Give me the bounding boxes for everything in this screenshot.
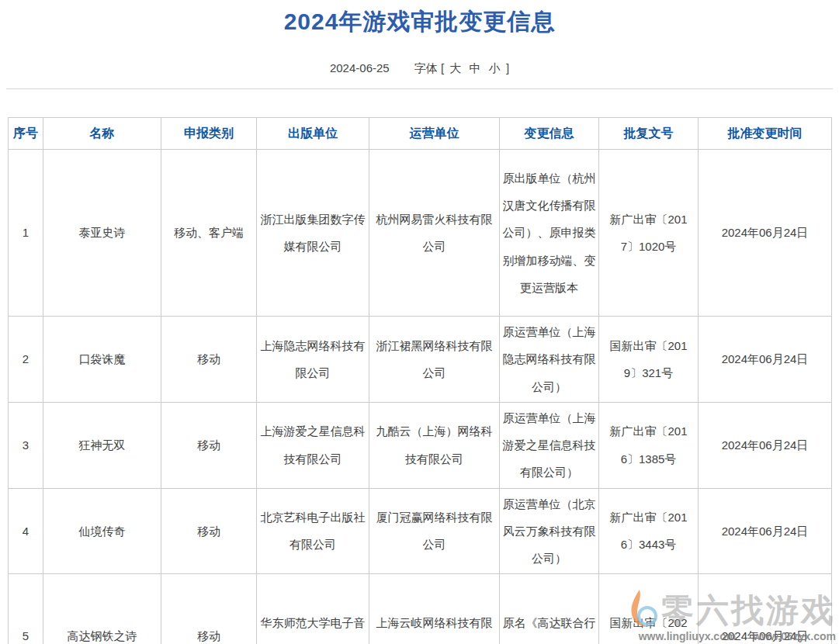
table-row: 1 泰亚史诗 移动、客户端 浙江出版集团数字传媒有限公司 杭州网易雷火科技有限公… [9,150,832,317]
cell-index: 3 [9,402,43,488]
cell-change-info: 原出版单位（杭州汉唐文化传播有限公司）、原申报类别增加移动端、变更运营版本 [500,150,599,317]
cell-approval-date: 2024年06月24日 [699,317,832,403]
cell-publisher: 华东师范大学电子音像出版社有限公司 [257,574,369,644]
cell-change-info: 原名《高达联合行动》 [500,574,599,644]
cell-publisher: 上海游爱之星信息科技有限公司 [257,402,369,488]
font-size-small-link[interactable]: 小 [489,61,501,74]
col-header-publisher: 出版单位 [257,118,369,150]
cell-publisher: 北京艺科电子出版社有限公司 [257,488,369,574]
bracket-open: [ [441,61,444,74]
col-header-approval-no: 批复文号 [599,118,699,150]
cell-category: 移动 [161,488,257,574]
approval-change-table: 序号 名称 申报类别 出版单位 运营单位 变更信息 批复文号 批准变更时间 1 … [8,117,832,644]
cell-approval-date: 2024年06月24日 [699,488,832,574]
cell-approval-no: 新广出审〔2016〕3443号 [599,488,699,574]
col-header-category: 申报类别 [161,118,257,150]
font-label: 字体 [414,61,438,74]
cell-game-name: 仙境传奇 [43,488,161,574]
font-size-control: 字体 [ 大 中 小 ] [414,61,509,74]
cell-approval-no: 新广出审〔2017〕1020号 [599,150,699,317]
cell-index: 2 [9,317,43,403]
cell-game-name: 狂神无双 [43,402,161,488]
cell-operator: 厦门冠赢网络科技有限公司 [369,488,500,574]
cell-approval-date: 2024年06月24日 [699,150,832,317]
cell-change-info: 原运营单位（上海游爱之星信息科技有限公司） [500,402,599,488]
table-row: 4 仙境传奇 移动 北京艺科电子出版社有限公司 厦门冠赢网络科技有限公司 原运营… [9,488,832,574]
cell-approval-no: 新广出审〔2016〕1385号 [599,402,699,488]
cell-operator: 浙江裙黑网络科技有限公司 [369,317,500,403]
cell-operator: 杭州网易雷火科技有限公司 [369,150,500,317]
publish-date: 2024-06-25 [330,61,390,74]
cell-index: 5 [9,574,43,644]
cell-change-info: 原运营单位（北京风云万象科技有限公司） [500,488,599,574]
cell-category: 移动 [161,317,257,403]
cell-category: 移动 [161,574,257,644]
cell-change-info: 原运营单位（上海隐志网络科技有限公司） [500,317,599,403]
font-size-large-link[interactable]: 大 [449,61,461,74]
cell-approval-no: 国新出审〔2019〕321号 [599,317,699,403]
bracket-close: ] [506,61,509,74]
table-row: 5 高达钢铁之诗 移动 华东师范大学电子音像出版社有限公司 上海云岐网络科技有限… [9,574,832,644]
cell-game-name: 泰亚史诗 [43,150,161,317]
table-row: 3 狂神无双 移动 上海游爱之星信息科技有限公司 九酷云（上海）网络科技有限公司… [9,402,832,488]
cell-operator: 九酷云（上海）网络科技有限公司 [369,402,500,488]
cell-index: 1 [9,150,43,317]
cell-category: 移动、客户端 [161,150,257,317]
cell-publisher: 浙江出版集团数字传媒有限公司 [257,150,369,317]
cell-category: 移动 [161,402,257,488]
col-header-change-info: 变更信息 [500,118,599,150]
cell-approval-date: 2024年06月24日 [699,402,832,488]
cell-index: 4 [9,488,43,574]
cell-game-name: 口袋诛魔 [43,317,161,403]
header-divider [6,88,833,89]
cell-publisher: 上海隐志网络科技有限公司 [257,317,369,403]
cell-approval-no: 国新出审〔2024〕273号 [599,574,699,644]
cell-game-name: 高达钢铁之诗 [43,574,161,644]
cell-operator: 上海云岐网络科技有限公司 [369,574,500,644]
table-row: 2 口袋诛魔 移动 上海隐志网络科技有限公司 浙江裙黑网络科技有限公司 原运营单… [9,317,832,403]
col-header-operator: 运营单位 [369,118,500,150]
col-header-name: 名称 [43,118,161,150]
meta-line: 2024-06-25 字体 [ 大 中 小 ] [0,61,839,76]
font-size-medium-link[interactable]: 中 [470,61,481,74]
table-header-row: 序号 名称 申报类别 出版单位 运营单位 变更信息 批复文号 批准变更时间 [9,118,832,150]
page-title: 2024年游戏审批变更信息 [0,0,839,38]
col-header-index: 序号 [9,118,43,150]
cell-approval-date: 2024年06月24日 [699,574,832,644]
col-header-approval-date: 批准变更时间 [699,118,832,150]
